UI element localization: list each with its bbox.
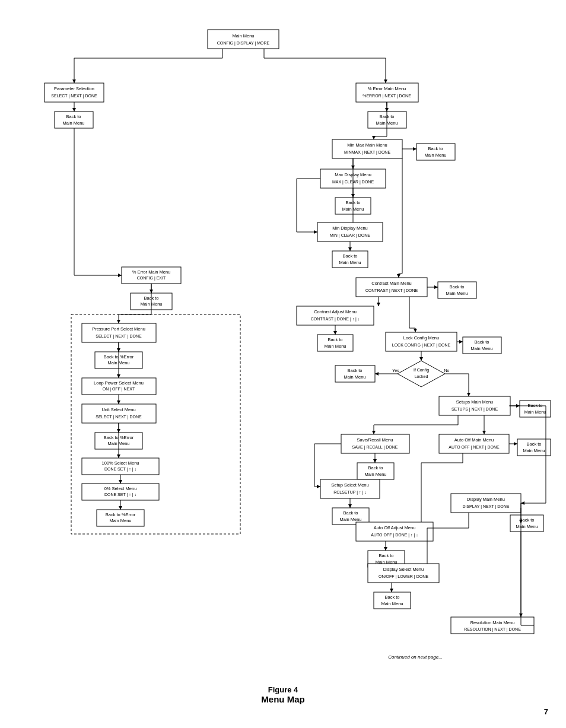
page: text { font-family: Arial, sans-serif; f… [0, 0, 566, 728]
svg-text:100% Select Menu: 100% Select Menu [102, 460, 139, 466]
svg-text:Main Menu: Main Menu [339, 517, 361, 522]
svg-text:Back to: Back to [368, 465, 383, 471]
svg-text:Min Display Menu: Min Display Menu [332, 225, 368, 231]
svg-text:CONFIG | DISPLAY | MORE: CONFIG | DISPLAY | MORE [217, 41, 270, 46]
svg-text:Yes: Yes [392, 368, 399, 373]
svg-text:Back to: Back to [342, 253, 357, 259]
svg-text:Continued on next page...: Continued on next page... [388, 654, 443, 660]
svg-text:SAVE | RECALL | DONE: SAVE | RECALL | DONE [352, 445, 398, 450]
svg-text:AUTO OFF | NEXT | DONE: AUTO OFF | NEXT | DONE [449, 445, 500, 450]
svg-text:ON/OFF | LOWER | DONE: ON/OFF | LOWER | DONE [379, 574, 428, 579]
svg-text:Setups Main Menu: Setups Main Menu [456, 399, 494, 405]
svg-text:Min Max  Main Menu: Min Max Main Menu [347, 142, 387, 148]
svg-text:AUTO OFF | DONE | ↑ | ↓: AUTO OFF | DONE | ↑ | ↓ [371, 533, 418, 538]
svg-text:SELECT | NEXT | DONE: SELECT | NEXT | DONE [51, 94, 97, 98]
svg-text:% Error Main Menu: % Error Main Menu [132, 269, 171, 275]
svg-text:Contrast  Main Menu: Contrast Main Menu [371, 281, 412, 286]
svg-text:Main Menu: Main Menu [516, 524, 538, 529]
svg-text:DONE SET | ↑ | ↓: DONE SET | ↑ | ↓ [104, 467, 136, 472]
svg-text:Display Select Menu: Display Select Menu [383, 567, 424, 572]
svg-text:Setup Select Menu: Setup Select Menu [331, 482, 368, 488]
svg-text:%ERROR | NEXT | DONE: %ERROR | NEXT | DONE [363, 94, 411, 98]
svg-text:SETUPS | NEXT | DONE: SETUPS | NEXT | DONE [451, 407, 498, 412]
svg-text:Main Menu: Main Menu [344, 374, 365, 380]
svg-text:CONTRAST | DONE | ↑ | ↓: CONTRAST | DONE | ↑ | ↓ [311, 317, 360, 322]
svg-text:Main Menu: Main Menu [364, 472, 386, 477]
svg-text:Locked: Locked [415, 374, 428, 379]
svg-text:Back to: Back to [474, 339, 489, 345]
svg-text:Main Menu: Main Menu [524, 409, 546, 415]
svg-text:DISPLAY | NEXT | DONE: DISPLAY | NEXT | DONE [462, 504, 509, 509]
svg-text:0% Select Menu: 0% Select Menu [104, 486, 137, 491]
svg-text:RESOLUTION | NEXT | DONE: RESOLUTION | NEXT | DONE [464, 627, 521, 632]
svg-text:No: No [444, 368, 450, 373]
svg-text:MINMAX | NEXT | DONE: MINMAX | NEXT | DONE [344, 150, 391, 155]
svg-text:Resolution Main Menu: Resolution Main Menu [470, 620, 515, 625]
svg-rect-176 [71, 314, 240, 534]
figure-caption: Figure 4 Menu Map [12, 682, 554, 704]
svg-text:Display Main Menu: Display Main Menu [467, 497, 505, 502]
svg-text:Back to: Back to [66, 114, 81, 119]
diagram-area: text { font-family: Arial, sans-serif; f… [12, 12, 554, 676]
svg-text:Back to: Back to [449, 284, 464, 290]
svg-text:Main Menu: Main Menu [523, 448, 545, 453]
svg-text:Back to: Back to [347, 368, 362, 373]
svg-text:Contrast Adjust Menu: Contrast Adjust Menu [314, 309, 357, 314]
flowchart-svg: text { font-family: Arial, sans-serif; f… [12, 12, 554, 676]
svg-text:Back to: Back to [428, 146, 443, 151]
svg-text:Main Menu: Main Menu [324, 344, 346, 349]
figure-line2: Menu Map [12, 694, 554, 704]
figure-line1: Figure 4 [12, 685, 554, 694]
svg-text:Auto Off Adjust Menu: Auto Off Adjust Menu [374, 525, 416, 530]
svg-rect-1 [208, 30, 279, 49]
svg-marker-83 [398, 361, 445, 387]
svg-text:Back to: Back to [526, 441, 541, 447]
svg-text:CONFIG | EXIT: CONFIG | EXIT [137, 276, 166, 281]
svg-text:CONTRAST | NEXT | DONE: CONTRAST | NEXT | DONE [365, 288, 418, 293]
svg-text:Main Menu: Main Menu [424, 152, 446, 158]
svg-text:Pressure Port Select Menu: Pressure Port Select Menu [92, 326, 145, 332]
svg-text:Main Menu: Main Menu [232, 33, 254, 39]
svg-text:Auto Off Main Menu: Auto Off Main Menu [454, 437, 494, 443]
svg-text:Main Menu: Main Menu [62, 120, 84, 126]
svg-text:Unit Select Menu: Unit Select Menu [101, 407, 135, 412]
svg-text:DONE SET | ↑ | ↓: DONE SET | ↑ | ↓ [104, 492, 136, 497]
svg-text:Main Menu: Main Menu [446, 291, 468, 296]
svg-text:MIN | CLEAR | DONE: MIN | CLEAR | DONE [330, 233, 370, 238]
svg-text:SELECT | NEXT | DONE: SELECT | NEXT | DONE [96, 334, 142, 339]
svg-text:Back to: Back to [327, 337, 342, 342]
svg-text:Main Menu: Main Menu [381, 601, 403, 606]
svg-text:Main Menu: Main Menu [470, 346, 492, 351]
page-number: 7 [544, 707, 548, 716]
svg-text:Lock Config  Menu: Lock Config Menu [403, 335, 439, 341]
svg-text:Parameter Selection: Parameter Selection [54, 86, 94, 91]
svg-text:Loop Power Select Menu: Loop Power Select Menu [94, 380, 144, 386]
svg-text:LOCK CONFIG | NEXT | DONE: LOCK CONFIG | NEXT | DONE [392, 343, 451, 348]
svg-text:ON | OFF | NEXT: ON | OFF | NEXT [103, 387, 135, 392]
svg-text:Back to: Back to [343, 510, 358, 516]
svg-text:SELECT | NEXT | DONE: SELECT | NEXT | DONE [96, 415, 142, 419]
svg-text:Back to: Back to [379, 553, 393, 558]
svg-text:% Error Main Menu: % Error Main Menu [368, 86, 406, 91]
svg-text:Main Menu: Main Menu [109, 518, 131, 523]
svg-text:RCLSETUP | ↑ | ↓: RCLSETUP | ↑ | ↓ [333, 490, 367, 495]
svg-text:Back to: Back to [519, 517, 534, 523]
svg-text:Back to %Error: Back to %Error [106, 512, 136, 517]
svg-text:Main Menu: Main Menu [339, 260, 361, 265]
svg-text:Save/Recall Menu: Save/Recall Menu [357, 437, 393, 443]
svg-text:If Config: If Config [414, 368, 429, 373]
svg-text:Back to: Back to [384, 595, 399, 600]
